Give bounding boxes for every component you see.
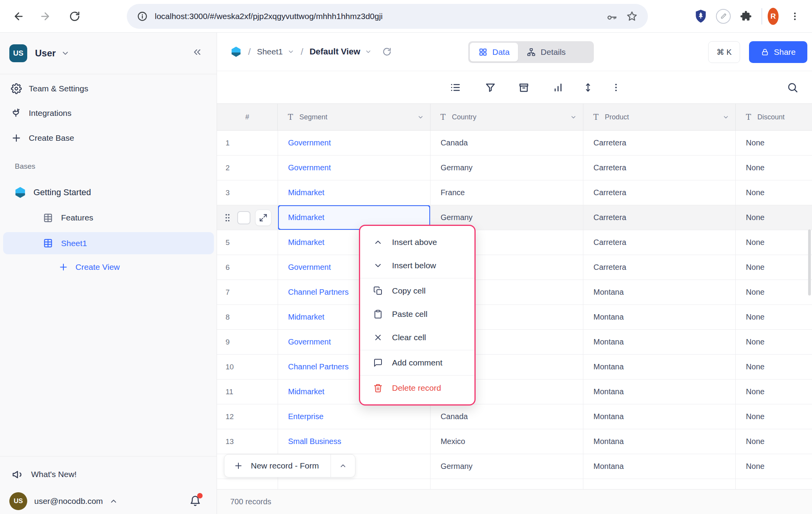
sidebar-table-sheet1[interactable]: Sheet1: [3, 232, 214, 254]
cell-product[interactable]: Montana: [583, 280, 736, 304]
cell-discount[interactable]: None: [736, 305, 812, 329]
row-number-cell[interactable]: 8: [217, 305, 278, 329]
fields-menu-button[interactable]: [448, 80, 463, 95]
workspace-switcher[interactable]: US User: [0, 33, 217, 74]
row-checkbox[interactable]: [237, 211, 250, 224]
cell-discount[interactable]: [736, 479, 812, 489]
sidebar-item-create-base[interactable]: Create Base: [0, 127, 217, 149]
cell-product[interactable]: Carretera: [583, 131, 736, 155]
cell-discount[interactable]: None: [736, 429, 812, 454]
row-number-cell[interactable]: 1: [217, 131, 278, 155]
row-number-cell[interactable]: 6: [217, 255, 278, 280]
cell-country[interactable]: [430, 479, 583, 489]
group-by-button[interactable]: [516, 80, 532, 95]
sidebar-item-integrations[interactable]: Integrations: [0, 102, 217, 124]
column-header-country[interactable]: T Country: [430, 104, 583, 130]
cell-discount[interactable]: None: [736, 280, 812, 304]
cell-product[interactable]: Carretera: [583, 156, 736, 180]
breadcrumb-table[interactable]: Sheet1: [257, 47, 283, 56]
row-number-cell[interactable]: [217, 479, 278, 489]
new-record-options-button[interactable]: [331, 455, 355, 477]
pencil-extension-button[interactable]: [715, 8, 732, 25]
toolbar-more-button[interactable]: [608, 80, 624, 95]
cell-product[interactable]: [583, 479, 736, 489]
menu-item-insert-below[interactable]: Insert below: [360, 254, 474, 277]
cell-discount[interactable]: None: [736, 355, 812, 379]
cell-segment[interactable]: Government: [278, 131, 430, 155]
cell-country[interactable]: Canada: [430, 404, 583, 429]
new-record-button[interactable]: New record - Form: [224, 455, 331, 477]
row-number-cell[interactable]: 2: [217, 156, 278, 180]
cell-segment[interactable]: Enterprise: [278, 404, 430, 429]
menu-item-clear-cell[interactable]: Clear cell: [360, 326, 474, 349]
address-bar[interactable]: localhost:3000/#/weska2xf/pjp2xqgyvuttwo…: [127, 4, 648, 29]
menu-item-insert-above[interactable]: Insert above: [360, 231, 474, 254]
refresh-view-button[interactable]: [382, 47, 392, 57]
row-number-cell[interactable]: 10: [217, 355, 278, 379]
column-header-number[interactable]: #: [217, 104, 278, 130]
row-number-cell[interactable]: 11: [217, 379, 278, 404]
menu-item-paste-cell[interactable]: Paste cell: [360, 302, 474, 326]
cell-discount[interactable]: None: [736, 230, 812, 255]
cell-country[interactable]: Germany: [430, 454, 583, 479]
password-key-icon[interactable]: [606, 10, 618, 22]
sort-button[interactable]: [550, 80, 566, 95]
cell-product[interactable]: Carretera: [583, 180, 736, 205]
cell-country[interactable]: France: [430, 180, 583, 205]
cell-country[interactable]: Germany: [430, 156, 583, 180]
base-hexagon-icon[interactable]: [230, 46, 242, 58]
notifications-button[interactable]: [189, 495, 201, 507]
cell-segment[interactable]: Midmarket: [278, 180, 430, 205]
cell-country[interactable]: Mexico: [430, 429, 583, 454]
sidebar-table-features[interactable]: Features: [0, 207, 217, 229]
cell-product[interactable]: Carretera: [583, 205, 736, 230]
cell-discount[interactable]: None: [736, 255, 812, 280]
sidebar-base-getting-started[interactable]: Getting Started: [0, 182, 217, 203]
cell-product[interactable]: Montana: [583, 379, 736, 404]
cell-product[interactable]: Carretera: [583, 255, 736, 280]
chevron-down-icon[interactable]: [417, 114, 424, 121]
cell-discount[interactable]: None: [736, 330, 812, 354]
cell-discount[interactable]: None: [736, 379, 812, 404]
cell-segment[interactable]: [278, 479, 430, 489]
column-header-product[interactable]: T Product: [583, 104, 736, 130]
tab-details[interactable]: Details: [518, 43, 574, 61]
cell-country[interactable]: Canada: [430, 131, 583, 155]
row-number-cell[interactable]: 3: [217, 180, 278, 205]
breadcrumb-view[interactable]: Default View: [310, 47, 360, 57]
row-number-cell[interactable]: 5: [217, 230, 278, 255]
browser-reload-button[interactable]: [68, 9, 82, 23]
cell-product[interactable]: Montana: [583, 454, 736, 479]
cell-discount[interactable]: None: [736, 404, 812, 429]
menu-item-delete-record[interactable]: Delete record: [360, 376, 474, 400]
site-info-icon[interactable]: [137, 11, 148, 22]
cell-product[interactable]: Montana: [583, 330, 736, 354]
row-number-cell[interactable]: 13: [217, 429, 278, 454]
expand-record-button[interactable]: [255, 210, 271, 226]
row-number-cell[interactable]: 12: [217, 404, 278, 429]
column-header-discount[interactable]: T Discount: [736, 104, 812, 130]
row-number-cell[interactable]: 7: [217, 280, 278, 304]
row-number-cell[interactable]: 4: [217, 205, 278, 230]
cell-product[interactable]: Montana: [583, 355, 736, 379]
browser-forward-button[interactable]: [38, 9, 52, 23]
menu-item-add-comment[interactable]: Add comment: [360, 351, 474, 374]
chevron-down-icon[interactable]: [570, 114, 577, 121]
cell-product[interactable]: Montana: [583, 305, 736, 329]
cell-product[interactable]: Montana: [583, 404, 736, 429]
sidebar-item-team-settings[interactable]: Team & Settings: [0, 78, 217, 100]
create-view-button[interactable]: Create View: [0, 256, 217, 278]
cell-discount[interactable]: None: [736, 454, 812, 479]
search-button[interactable]: [785, 80, 800, 95]
filter-button[interactable]: [483, 80, 498, 95]
url-text[interactable]: localhost:3000/#/weska2xf/pjp2xqgyvuttwo…: [155, 12, 597, 21]
cell-segment[interactable]: Small Business: [278, 429, 430, 454]
chevron-down-icon[interactable]: [723, 114, 729, 121]
cell-product[interactable]: Montana: [583, 429, 736, 454]
bookmark-star-icon[interactable]: [626, 10, 638, 22]
whats-new-button[interactable]: What's New!: [0, 463, 217, 485]
share-button[interactable]: Share: [749, 41, 807, 63]
browser-menu-button[interactable]: [786, 8, 803, 25]
browser-back-button[interactable]: [12, 9, 26, 23]
sidebar-collapse-button[interactable]: [192, 47, 203, 58]
